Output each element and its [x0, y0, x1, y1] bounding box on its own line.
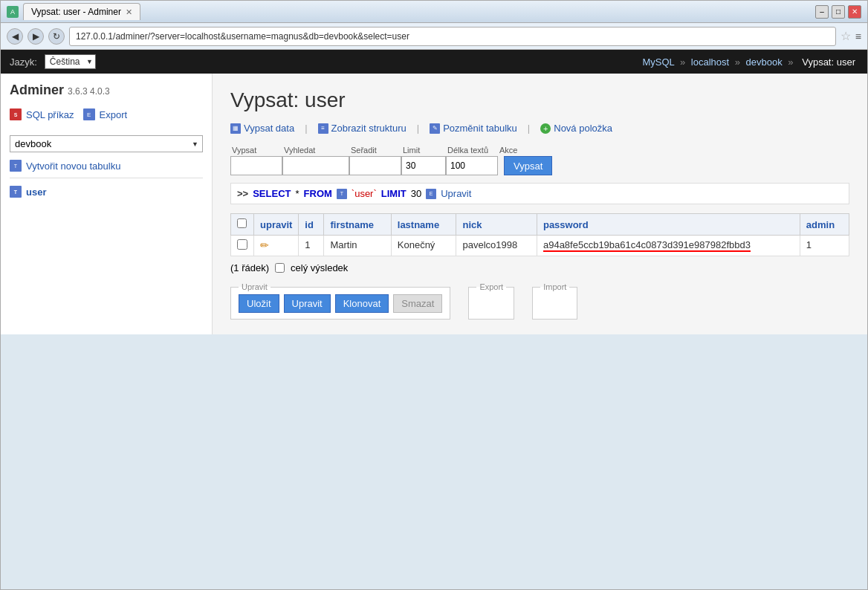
edit-pencil-icon[interactable]: ✏: [260, 239, 269, 251]
tab-title: Vypsat: user - Adminer: [31, 7, 121, 17]
th-checkbox[interactable]: [231, 214, 254, 236]
adminer-title: Adminer 3.6.3 4.0.3: [10, 82, 203, 98]
smazat-button[interactable]: Smazat: [393, 294, 442, 313]
lang-select[interactable]: Čeština: [45, 54, 96, 69]
sidebar-export-label: Export: [100, 109, 128, 120]
filter-limit-label: Limit: [401, 146, 446, 155]
sql-table-name: `user`: [352, 188, 377, 199]
row-checkbox[interactable]: [237, 239, 247, 250]
minimize-button[interactable]: –: [815, 5, 829, 19]
th-firstname[interactable]: firstname: [324, 214, 391, 236]
sql-star: *: [295, 188, 299, 199]
filter-vypsat-input[interactable]: [230, 156, 282, 175]
filter-limit-input[interactable]: [401, 156, 446, 175]
export-icon: E: [83, 108, 95, 120]
filter-row: Vypsat Vyhledat Seřadit Limit Délka text…: [230, 146, 849, 175]
breadcrumb-db[interactable]: devbook: [746, 56, 783, 68]
tab-close-btn[interactable]: ✕: [126, 7, 132, 17]
browser-tab[interactable]: Vypsat: user - Adminer ✕: [23, 3, 140, 20]
th-nick[interactable]: nick: [456, 214, 537, 236]
sidebar-table-label: user: [26, 187, 46, 198]
maximize-button[interactable]: □: [832, 5, 845, 19]
table-header-row: upravit id firstname lastname nick passw…: [231, 214, 849, 236]
main-content: Vypsat: user ▦ Vypsat data | ≡ Zobrazit …: [213, 74, 867, 334]
full-result-checkbox[interactable]: [275, 263, 285, 273]
form-buttons: Uložit Upravit Klonovat Smazat: [239, 294, 442, 313]
ulozit-button[interactable]: Uložit: [239, 294, 279, 313]
filter-seradit-group: Seřadit: [349, 146, 401, 175]
row-firstname: Martin: [324, 236, 391, 256]
row-admin: 1: [800, 236, 849, 256]
create-table-link[interactable]: T Vytvořit novou tabulku: [10, 160, 203, 172]
table-row: ✏ 1 Martin Konečný pavelco1998 a94a8fe5c…: [231, 236, 849, 256]
sql-edit-link[interactable]: Upravit: [441, 188, 471, 199]
struct-icon: ≡: [318, 123, 328, 134]
row-edit-cell[interactable]: ✏: [254, 236, 299, 256]
bottom-form: Upravit Uložit Upravit Klonovat Smazat E…: [230, 282, 849, 320]
th-password[interactable]: password: [537, 214, 800, 236]
create-table-label: Vytvořit novou tabulku: [26, 161, 120, 172]
breadcrumb-current: Vypsat: user: [802, 56, 855, 68]
import-legend: Import: [540, 282, 569, 291]
row-lastname: Konečný: [391, 236, 456, 256]
db-select[interactable]: devbook: [10, 135, 203, 152]
upravit-button[interactable]: Upravit: [284, 294, 331, 313]
grid-icon: ▦: [230, 123, 241, 134]
sql-select: SELECT: [253, 188, 291, 199]
th-id[interactable]: id: [299, 214, 324, 236]
back-button[interactable]: ◀: [7, 28, 23, 45]
breadcrumb-sep3: »: [788, 56, 793, 68]
sidebar-export-link[interactable]: E Export: [83, 108, 128, 120]
refresh-button[interactable]: ↻: [48, 28, 65, 45]
sidebar-sql-label: SQL příkaz: [26, 109, 74, 120]
forward-button[interactable]: ▶: [27, 28, 44, 45]
select-all-checkbox[interactable]: [237, 218, 247, 228]
window-controls: – □ ✕: [815, 5, 861, 19]
zobrazit-strukturu-label: Zobrazit strukturu: [331, 123, 407, 134]
row-checkbox-cell[interactable]: [231, 236, 254, 256]
row-id: 1: [299, 236, 324, 256]
breadcrumb-sep1: »: [680, 56, 685, 68]
filter-seradit-label: Seřadit: [349, 146, 401, 155]
address-bar: ◀ ▶ ↻ ☆ ≡: [1, 23, 867, 50]
filter-vyhledat-label: Vyhledat: [282, 146, 349, 155]
sidebar-item-user[interactable]: T user: [10, 184, 203, 199]
zobrazit-strukturu-link[interactable]: ≡ Zobrazit strukturu: [318, 123, 407, 134]
sql-from: FROM: [304, 188, 332, 199]
breadcrumb-mysql[interactable]: MySQL: [642, 56, 674, 68]
db-select-wrap: devbook: [10, 135, 203, 152]
breadcrumb-server[interactable]: localhost: [691, 56, 729, 68]
sql-edit-icon: E: [426, 189, 436, 199]
breadcrumb: MySQL » localhost » devbook » Vypsat: us…: [642, 56, 858, 68]
sql-limit: LIMIT: [381, 188, 407, 199]
pozmeнit-tabulku-link[interactable]: ✎ Pozměnit tabulku: [430, 123, 517, 134]
nova-polozka-label: Nová položka: [554, 123, 612, 134]
th-upravit[interactable]: upravit: [254, 214, 299, 236]
browser-menu-icon[interactable]: ≡: [855, 30, 861, 42]
nova-polozka-link[interactable]: + Nová položka: [540, 123, 612, 134]
klonovat-button[interactable]: Klonovat: [335, 294, 389, 313]
filter-vyhledat-group: Vyhledat: [282, 146, 349, 175]
pozmeнit-tabulku-label: Pozměnit tabulku: [443, 123, 517, 134]
bookmark-icon[interactable]: ☆: [841, 29, 851, 43]
url-input[interactable]: [69, 27, 836, 46]
sidebar-sql-link[interactable]: S SQL příkaz: [10, 108, 74, 120]
sql-limit-val: 30: [411, 188, 421, 199]
vypsat-data-link[interactable]: ▦ Vypsat data: [230, 123, 294, 134]
filter-akce-label: Akce: [498, 146, 552, 155]
close-button[interactable]: ✕: [848, 5, 861, 19]
filter-limit-group: Limit: [401, 146, 446, 175]
data-table: upravit id firstname lastname nick passw…: [230, 213, 849, 256]
filter-vyhledat-input[interactable]: [282, 156, 349, 175]
th-admin[interactable]: admin: [800, 214, 849, 236]
create-table-icon: T: [10, 160, 22, 172]
filter-length-input[interactable]: [446, 156, 498, 175]
th-lastname[interactable]: lastname: [391, 214, 456, 236]
filter-akce-group: Akce Vypsat: [498, 146, 552, 175]
filter-vypsat-btn[interactable]: Vypsat: [504, 156, 552, 175]
filter-seradit-input[interactable]: [349, 156, 401, 175]
row-nick: pavelco1998: [456, 236, 537, 256]
lang-label: Jazyk:: [10, 56, 37, 68]
sidebar-divider: [10, 178, 203, 178]
row-password: a94a8fe5ccb19ba61c4c0873d391e987982fbbd3: [537, 236, 800, 256]
